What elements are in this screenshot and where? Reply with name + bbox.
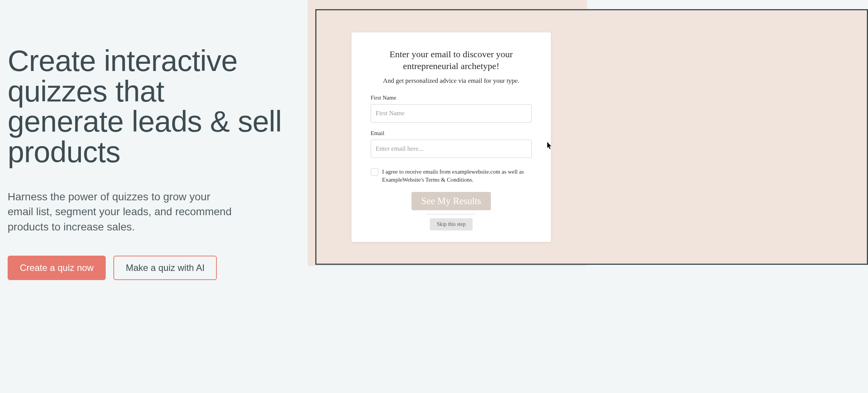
see-results-button[interactable]: See My Results: [411, 192, 491, 210]
page-root: Create interactive quizzes that generate…: [0, 0, 868, 393]
create-quiz-button[interactable]: Create a quiz now: [8, 256, 106, 280]
agree-row: I agree to receive emails from examplewe…: [371, 168, 532, 184]
skip-step-button[interactable]: Skip this step: [430, 218, 472, 230]
form-subtitle: And get personalized advice via email fo…: [371, 77, 532, 85]
screenshot-frame: Enter your email to discover your entrep…: [315, 9, 868, 265]
lead-form-card: Enter your email to discover your entrep…: [352, 32, 551, 242]
preview-column: Enter your email to discover your entrep…: [308, 0, 868, 393]
agree-checkbox[interactable]: [371, 168, 378, 176]
first-name-input[interactable]: [371, 104, 532, 122]
email-label: Email: [371, 130, 532, 137]
form-divider: [426, 214, 476, 214]
hero-column: Create interactive quizzes that generate…: [0, 0, 308, 393]
hero-subhead: Harness the power of quizzes to grow you…: [8, 189, 237, 234]
cta-row: Create a quiz now Make a quiz with AI: [8, 256, 285, 280]
first-name-label: First Name: [371, 95, 532, 101]
make-quiz-ai-button[interactable]: Make a quiz with AI: [113, 256, 217, 280]
email-input[interactable]: [371, 140, 532, 158]
form-title: Enter your email to discover your entrep…: [371, 48, 532, 72]
agree-text: I agree to receive emails from examplewe…: [382, 168, 532, 184]
hero-headline: Create interactive quizzes that generate…: [8, 46, 285, 167]
